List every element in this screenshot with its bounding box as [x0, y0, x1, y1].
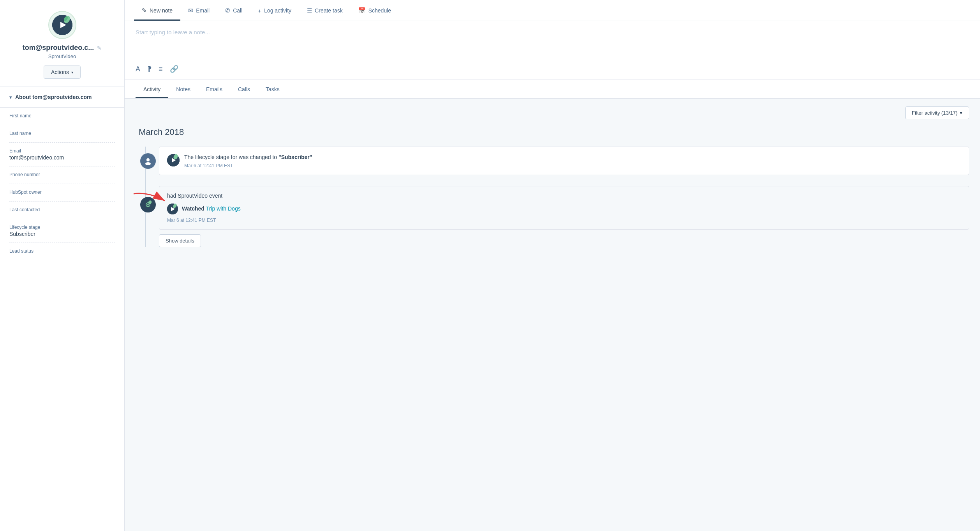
note-toolbar: A ⁋ ≡ 🔗	[136, 65, 969, 73]
email-icon: ✉	[188, 7, 193, 14]
filter-label: Filter activity (13/17)	[912, 110, 957, 116]
company-logo-wrapper	[48, 11, 76, 39]
about-header[interactable]: ▾ About tom@sproutvideo.com	[0, 87, 124, 108]
field-label: Last contacted	[9, 207, 115, 212]
field-item: Last contacted	[9, 202, 115, 219]
activity-card-2: had SproutVideo event Watched Trip	[159, 186, 969, 230]
activity-text-value: "Subscriber"	[278, 154, 312, 160]
new-note-label: New note	[150, 7, 173, 14]
filter-activity-button[interactable]: Filter activity (13/17) ▾	[905, 106, 969, 119]
sproutvideo-logo-svg	[52, 15, 72, 35]
activity-tabs-bar: ActivityNotesEmailsCallsTasks	[125, 80, 980, 99]
month-label: March 2018	[136, 127, 969, 137]
action-tab-schedule[interactable]: 📅Schedule	[351, 0, 399, 21]
filter-row: Filter activity (13/17) ▾	[136, 106, 969, 119]
action-tab-log-activity[interactable]: +Log activity	[250, 0, 299, 21]
app-layout: tom@sproutvideo.c... ✎ SproutVideo Actio…	[0, 0, 980, 531]
about-chevron-icon: ▾	[9, 94, 12, 100]
contact-email: tom@sproutvideo.c...	[23, 44, 94, 52]
note-editor: Start typing to leave a note... A ⁋ ≡ 🔗	[125, 21, 980, 80]
field-item: HubSpot owner	[9, 184, 115, 202]
call-label: Call	[233, 7, 242, 14]
actions-label: Actions	[51, 69, 69, 75]
card-logo-1	[167, 154, 180, 166]
top-action-bar: ✎New note✉Email✆Call+Log activity☰Create…	[125, 0, 980, 21]
activity-description-1: The lifecycle stage for was changed to "…	[184, 153, 312, 161]
action-tab-new-note[interactable]: ✎New note	[134, 0, 180, 21]
contact-name-row: tom@sproutvideo.c... ✎	[23, 44, 102, 52]
svg-point-4	[146, 158, 150, 161]
activity-tab-activity[interactable]: Activity	[136, 80, 168, 98]
actions-button[interactable]: Actions ▾	[44, 65, 81, 79]
schedule-icon: 📅	[358, 7, 366, 14]
timeline-dot-user	[140, 153, 156, 169]
field-item: First name	[9, 108, 115, 125]
contact-company: SproutVideo	[48, 53, 76, 59]
field-label: Phone number	[9, 172, 115, 177]
font-tool-icon[interactable]: A	[136, 65, 140, 73]
actions-chevron-icon: ▾	[71, 70, 73, 74]
field-value: tom@sproutvideo.com	[9, 154, 115, 161]
card-logo-2	[167, 204, 178, 214]
event-link[interactable]: Trip with Dogs	[206, 205, 241, 212]
field-item: Emailtom@sproutvideo.com	[9, 143, 115, 166]
schedule-label: Schedule	[368, 7, 391, 14]
company-logo	[52, 15, 72, 35]
field-label: Email	[9, 148, 115, 154]
activity-tab-notes[interactable]: Notes	[168, 80, 198, 98]
action-tab-email[interactable]: ✉Email	[180, 0, 217, 21]
field-value: Subscriber	[9, 231, 115, 237]
edit-contact-icon[interactable]: ✎	[97, 45, 102, 51]
field-label: Last name	[9, 131, 115, 136]
activity-text-1: The lifecycle stage for was changed to "…	[184, 153, 312, 168]
field-label: Lifecycle stage	[9, 225, 115, 230]
email-label: Email	[196, 7, 210, 14]
sprout-event-icon	[144, 200, 152, 209]
about-section: ▾ About tom@sproutvideo.com First nameLa…	[0, 87, 124, 260]
event-header-text: had SproutVideo event	[167, 193, 961, 199]
new-note-icon: ✎	[142, 7, 147, 14]
contact-header: tom@sproutvideo.c... ✎ SproutVideo Actio…	[0, 0, 124, 87]
action-tab-call[interactable]: ✆Call	[217, 0, 250, 21]
activity-tab-calls[interactable]: Calls	[230, 80, 258, 98]
call-icon: ✆	[225, 7, 230, 14]
list-tool-icon[interactable]: ≡	[159, 65, 163, 73]
activity-content: Filter activity (13/17) ▾ March 2018	[125, 99, 980, 531]
user-icon	[144, 157, 152, 165]
show-details-button[interactable]: Show details	[159, 234, 201, 247]
field-item: Lead status	[9, 243, 115, 260]
event-time-2: Mar 6 at 12:41 PM EST	[167, 218, 961, 223]
svg-point-12	[147, 204, 149, 205]
field-label: HubSpot owner	[9, 189, 115, 195]
attach-tool-icon[interactable]: 🔗	[170, 65, 178, 73]
watched-label: Watched	[182, 205, 206, 212]
create-task-label: Create task	[315, 7, 343, 14]
field-label: Lead status	[9, 248, 115, 254]
about-title: About tom@sproutvideo.com	[15, 94, 92, 100]
activity-card-row: The lifecycle stage for was changed to "…	[167, 153, 961, 168]
text-tool-icon[interactable]: ⁋	[147, 65, 152, 73]
event-detail-row: Watched Trip with Dogs	[167, 203, 961, 214]
field-item: Phone number	[9, 166, 115, 184]
filter-chevron-icon: ▾	[960, 110, 962, 116]
fields-list: First nameLast nameEmailtom@sproutvideo.…	[0, 108, 124, 260]
activity-tab-emails[interactable]: Emails	[198, 80, 230, 98]
timeline-dot-sprout	[140, 197, 156, 212]
field-item: Lifecycle stageSubscriber	[9, 219, 115, 243]
activity-tab-tasks[interactable]: Tasks	[258, 80, 287, 98]
main-panel: ✎New note✉Email✆Call+Log activity☰Create…	[125, 0, 980, 531]
sidebar: tom@sproutvideo.c... ✎ SproutVideo Actio…	[0, 0, 125, 531]
note-input[interactable]: Start typing to leave a note...	[136, 29, 969, 60]
timeline: The lifecycle stage for was changed to "…	[136, 147, 969, 247]
action-tab-create-task[interactable]: ☰Create task	[299, 0, 351, 21]
field-item: Last name	[9, 125, 115, 143]
activity-text-before: The lifecycle stage for was changed to	[184, 154, 278, 160]
create-task-icon: ☰	[307, 7, 312, 14]
activity-time-1: Mar 6 at 12:41 PM EST	[184, 163, 312, 168]
activity-card-1: The lifecycle stage for was changed to "…	[159, 147, 969, 175]
timeline-item: The lifecycle stage for was changed to "…	[159, 147, 969, 175]
timeline-item-2-wrapper: had SproutVideo event Watched Trip	[159, 186, 969, 247]
log-activity-label: Log activity	[264, 7, 291, 14]
svg-point-5	[145, 162, 151, 165]
event-watched-text: Watched Trip with Dogs	[182, 205, 241, 213]
